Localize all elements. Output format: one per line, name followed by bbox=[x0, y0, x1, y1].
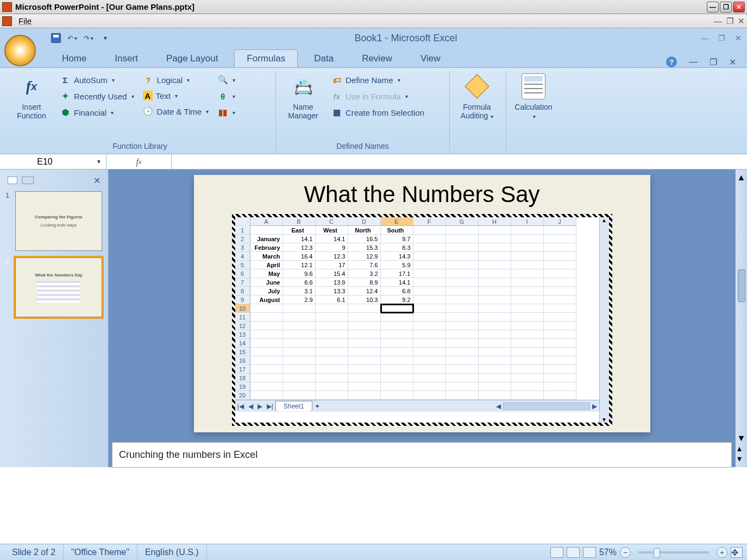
create-from-selection-button[interactable]: ▦Create from Selection bbox=[329, 106, 426, 119]
select-all-cell[interactable] bbox=[235, 217, 250, 226]
recently-used-button[interactable]: ✦Recently Used▾ bbox=[58, 90, 136, 103]
sheet-tabs: |◀ ◀ ▶ ▶| Sheet1 ✦ ◀ ▶ bbox=[235, 400, 599, 412]
financial-button[interactable]: ⬢Financial▾ bbox=[58, 106, 136, 119]
name-manager-button[interactable]: 📇 Name Manager bbox=[281, 71, 325, 120]
auditing-icon bbox=[465, 73, 489, 99]
slideshow-view-button[interactable] bbox=[583, 547, 596, 558]
col-H[interactable]: H bbox=[479, 217, 511, 226]
clock-icon: 🕓 bbox=[143, 106, 154, 117]
tab-review[interactable]: Review bbox=[350, 50, 404, 67]
formula-auditing-button[interactable]: Formula Auditing ▾ bbox=[455, 71, 499, 120]
name-box[interactable]: E10▼ bbox=[0, 154, 106, 169]
maximize-button[interactable]: ❐ bbox=[720, 2, 732, 12]
tab-home[interactable]: Home bbox=[50, 50, 98, 67]
zoom-in-button[interactable]: + bbox=[717, 547, 727, 558]
col-C[interactable]: C bbox=[316, 217, 348, 226]
col-A[interactable]: A bbox=[250, 217, 283, 226]
qat-customize[interactable]: ▾ bbox=[99, 32, 111, 44]
panel-close[interactable]: ✕ bbox=[93, 175, 101, 186]
col-E[interactable]: E bbox=[381, 217, 413, 226]
col-D[interactable]: D bbox=[348, 217, 381, 226]
inner-vscrollbar[interactable]: ▲ ▼ bbox=[599, 217, 609, 423]
col-J[interactable]: J bbox=[544, 217, 576, 226]
help-icon[interactable]: ? bbox=[666, 56, 677, 67]
sheet-tab-1[interactable]: Sheet1 bbox=[275, 401, 312, 411]
powerpoint-doc-icon bbox=[2, 16, 12, 26]
sheet-next[interactable]: ▶ bbox=[255, 402, 265, 410]
insert-function-label: Insert Function bbox=[10, 103, 53, 120]
ribbon-body: fx Insert Function ΣAutoSum▾ ✦Recently U… bbox=[0, 67, 747, 154]
inner-close[interactable]: ✕ bbox=[735, 34, 742, 42]
hscroll-left[interactable]: ◀ bbox=[494, 402, 503, 410]
sheet-last[interactable]: ▶| bbox=[265, 402, 275, 410]
math-button[interactable]: θ▾ bbox=[215, 90, 237, 103]
ribbon-close[interactable]: ✕ bbox=[729, 57, 736, 67]
hscroll-right[interactable]: ▶ bbox=[590, 402, 599, 410]
ribbon-tabs: Home Insert Page Layout Formulas Data Re… bbox=[0, 48, 747, 67]
logical-button[interactable]: ?Logical▾ bbox=[141, 73, 211, 86]
vscrollbar[interactable]: ▲ ▼ ▴ ▾ bbox=[735, 169, 747, 467]
mdi-minimize-button[interactable]: — bbox=[714, 16, 722, 26]
insert-function-button[interactable]: fx Insert Function bbox=[10, 71, 53, 120]
autosum-button[interactable]: ΣAutoSum▾ bbox=[58, 73, 136, 86]
slide-indicator: Slide 2 of 2 bbox=[4, 544, 64, 560]
language-indicator[interactable]: English (U.S.) bbox=[137, 544, 207, 560]
col-B[interactable]: B bbox=[283, 217, 316, 226]
tab-data[interactable]: Data bbox=[302, 50, 346, 67]
slides-tab-icon[interactable] bbox=[8, 177, 17, 184]
fit-slide-button[interactable]: ✥ bbox=[731, 547, 743, 558]
outline-tab-icon[interactable] bbox=[22, 177, 34, 184]
lookup-button[interactable]: 🔍▾ bbox=[215, 73, 237, 86]
fx-small-icon: fx bbox=[331, 91, 342, 102]
zoom-slider[interactable] bbox=[638, 551, 709, 553]
mdi-restore-button[interactable]: ❐ bbox=[726, 16, 733, 26]
close-button[interactable]: ✕ bbox=[733, 2, 745, 12]
col-I[interactable]: I bbox=[511, 217, 544, 226]
tab-view[interactable]: View bbox=[409, 50, 453, 67]
next-slide-icon[interactable]: ▾ bbox=[737, 454, 742, 463]
text-button[interactable]: AText▾ bbox=[141, 90, 211, 102]
undo-button[interactable]: ↶▾ bbox=[66, 32, 78, 44]
save-button[interactable] bbox=[50, 32, 62, 44]
sheet-first[interactable]: |◀ bbox=[235, 402, 246, 410]
ppt-menubar: File — ❐ ✕ bbox=[0, 14, 747, 28]
more-functions-button[interactable]: ▮▮▾ bbox=[215, 106, 237, 119]
redo-button[interactable]: ↷▾ bbox=[83, 32, 95, 44]
sorter-view-button[interactable] bbox=[567, 547, 580, 558]
minimize-button[interactable]: — bbox=[707, 2, 719, 12]
mdi-close-button[interactable]: ✕ bbox=[738, 16, 745, 26]
office-button[interactable] bbox=[4, 35, 36, 66]
embedded-excel[interactable]: A B C D E F G H I J 1EastWestNorthSouth2… bbox=[232, 214, 612, 426]
tab-insert[interactable]: Insert bbox=[103, 50, 150, 67]
slides-panel: ✕ 1 Comparing the Figures Looking both w… bbox=[0, 169, 109, 467]
inner-minimize[interactable]: — bbox=[701, 34, 708, 42]
tab-pagelayout[interactable]: Page Layout bbox=[154, 50, 230, 67]
sheet-prev[interactable]: ◀ bbox=[246, 402, 255, 410]
col-F[interactable]: F bbox=[413, 217, 446, 226]
new-sheet-icon[interactable]: ✦ bbox=[312, 402, 322, 410]
financial-icon: ⬢ bbox=[60, 107, 71, 118]
define-name-button[interactable]: 🏷Define Name▾ bbox=[329, 73, 426, 86]
theta-icon: θ bbox=[217, 91, 228, 102]
col-G[interactable]: G bbox=[446, 217, 479, 226]
hscrollbar[interactable] bbox=[503, 402, 590, 410]
tab-formulas[interactable]: Formulas bbox=[234, 49, 298, 67]
prev-slide-icon[interactable]: ▴ bbox=[737, 444, 742, 453]
zoom-level[interactable]: 57% bbox=[599, 548, 617, 557]
calculation-button[interactable]: Calculation▾ bbox=[512, 71, 555, 120]
powerpoint-app-icon bbox=[2, 2, 12, 12]
zoom-out-button[interactable]: − bbox=[620, 547, 631, 558]
name-manager-label: Name Manager bbox=[281, 103, 325, 120]
slide-thumb-2[interactable]: 2 What the Numbers Say bbox=[5, 257, 103, 317]
slide-canvas[interactable]: What the Numbers Say A B C D E F G H bbox=[194, 175, 650, 432]
notes-pane[interactable]: Crunching the numbers in Excel bbox=[112, 442, 732, 468]
slide-thumb-1[interactable]: 1 Comparing the Figures Looking both way… bbox=[5, 191, 103, 251]
fx-label[interactable]: fx bbox=[106, 154, 172, 169]
ribbon-minimize[interactable]: — bbox=[689, 57, 698, 67]
date-time-button[interactable]: 🕓Date & Time▾ bbox=[141, 105, 211, 118]
file-menu[interactable]: File bbox=[18, 16, 32, 26]
use-in-formula-button[interactable]: fxUse in Formula▾ bbox=[329, 90, 426, 103]
inner-restore[interactable]: ❐ bbox=[718, 34, 725, 42]
normal-view-button[interactable] bbox=[550, 547, 563, 558]
ribbon-restore[interactable]: ❐ bbox=[710, 57, 717, 67]
